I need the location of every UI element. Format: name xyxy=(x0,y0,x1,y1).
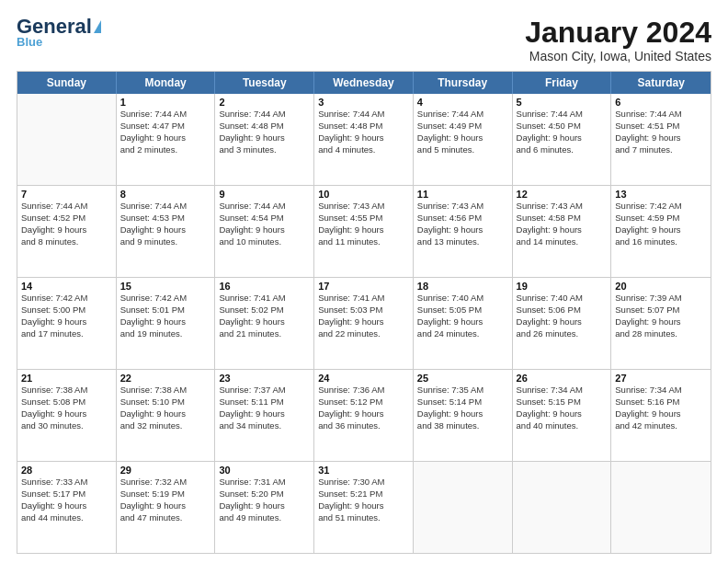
cell-info-line: Sunrise: 7:38 AM xyxy=(120,385,211,396)
cell-info-line: Sunrise: 7:41 AM xyxy=(318,293,409,304)
cell-info-line: and 19 minutes. xyxy=(120,328,211,340)
cell-info-line: Daylight: 9 hours xyxy=(21,408,112,420)
cell-info-line: and 26 minutes. xyxy=(517,328,608,340)
day-number: 19 xyxy=(517,281,608,292)
cell-info-line: and 49 minutes. xyxy=(219,512,310,524)
calendar-cell: 12Sunrise: 7:43 AMSunset: 4:58 PMDayligh… xyxy=(513,186,612,277)
cell-info-line: Daylight: 9 hours xyxy=(517,316,608,328)
cell-info-line: Sunset: 5:10 PM xyxy=(120,396,211,408)
day-number: 31 xyxy=(318,465,409,476)
cell-info-line: Sunrise: 7:34 AM xyxy=(517,385,608,396)
calendar-cell: 25Sunrise: 7:35 AMSunset: 5:14 PMDayligh… xyxy=(414,370,513,461)
cell-info-line: and 10 minutes. xyxy=(219,236,310,248)
day-header-sunday: Sunday xyxy=(17,72,117,94)
calendar: SundayMondayTuesdayWednesdayThursdayFrid… xyxy=(17,71,711,554)
cell-info-line: Sunset: 5:19 PM xyxy=(120,488,211,500)
cell-info-line: Daylight: 9 hours xyxy=(517,224,608,236)
day-number: 14 xyxy=(21,281,112,292)
day-number: 1 xyxy=(120,97,211,108)
day-header-tuesday: Tuesday xyxy=(215,72,314,94)
cell-info-line: Daylight: 9 hours xyxy=(21,500,112,512)
header: General Blue January 2024 Mason City, Io… xyxy=(17,17,711,63)
cell-info-line: Sunset: 4:48 PM xyxy=(219,121,310,132)
cell-info-line: Sunset: 5:16 PM xyxy=(615,396,707,408)
day-number: 7 xyxy=(21,189,112,200)
cell-info-line: Sunset: 4:47 PM xyxy=(120,121,211,132)
day-number: 10 xyxy=(318,189,409,200)
calendar-cell: 7Sunrise: 7:44 AMSunset: 4:52 PMDaylight… xyxy=(17,186,117,277)
cell-info-line: Sunset: 4:48 PM xyxy=(318,121,409,132)
calendar-cell: 28Sunrise: 7:33 AMSunset: 5:17 PMDayligh… xyxy=(17,462,117,553)
cell-info-line: Sunrise: 7:42 AM xyxy=(21,293,112,304)
day-number: 21 xyxy=(21,373,112,384)
day-number: 30 xyxy=(219,465,310,476)
cell-info-line: and 7 minutes. xyxy=(615,144,707,156)
cell-info-line: and 51 minutes. xyxy=(318,512,409,524)
cell-info-line: and 16 minutes. xyxy=(615,236,707,248)
cell-info-line: Sunset: 5:15 PM xyxy=(517,396,608,408)
cell-info-line: and 32 minutes. xyxy=(120,420,211,432)
cell-info-line: Sunrise: 7:43 AM xyxy=(517,201,608,213)
calendar-cell: 10Sunrise: 7:43 AMSunset: 4:55 PMDayligh… xyxy=(314,186,414,277)
calendar-cell: 9Sunrise: 7:44 AMSunset: 4:54 PMDaylight… xyxy=(215,186,314,277)
cell-info-line: Daylight: 9 hours xyxy=(219,408,310,420)
cell-info-line: Daylight: 9 hours xyxy=(615,224,707,236)
cell-info-line: Sunrise: 7:44 AM xyxy=(21,201,112,213)
main-title: January 2024 xyxy=(525,17,711,49)
cell-info-line: and 2 minutes. xyxy=(120,144,211,156)
cell-info-line: Daylight: 9 hours xyxy=(219,316,310,328)
cell-info-line: Sunrise: 7:42 AM xyxy=(615,201,707,213)
day-number: 25 xyxy=(417,373,508,384)
cell-info-line: Daylight: 9 hours xyxy=(615,408,707,420)
calendar-cell: 24Sunrise: 7:36 AMSunset: 5:12 PMDayligh… xyxy=(314,370,414,461)
cell-info-line: Sunrise: 7:43 AM xyxy=(318,201,409,213)
cell-info-line: and 9 minutes. xyxy=(120,236,211,248)
cell-info-line: and 30 minutes. xyxy=(21,420,112,432)
day-number: 3 xyxy=(318,97,409,108)
day-number: 8 xyxy=(120,189,211,200)
calendar-cell: 5Sunrise: 7:44 AMSunset: 4:50 PMDaylight… xyxy=(513,94,612,185)
cell-info-line: Sunrise: 7:40 AM xyxy=(417,293,508,304)
cell-info-line: Sunrise: 7:44 AM xyxy=(517,109,608,121)
logo: General Blue xyxy=(17,17,101,49)
calendar-week-5: 28Sunrise: 7:33 AMSunset: 5:17 PMDayligh… xyxy=(17,462,711,553)
calendar-week-1: 1Sunrise: 7:44 AMSunset: 4:47 PMDaylight… xyxy=(17,94,711,186)
calendar-cell: 20Sunrise: 7:39 AMSunset: 5:07 PMDayligh… xyxy=(611,278,711,369)
cell-info-line: Daylight: 9 hours xyxy=(318,500,409,512)
calendar-cell: 22Sunrise: 7:38 AMSunset: 5:10 PMDayligh… xyxy=(117,370,216,461)
day-number: 26 xyxy=(517,373,608,384)
cell-info-line: Sunrise: 7:30 AM xyxy=(318,477,409,488)
cell-info-line: Daylight: 9 hours xyxy=(318,224,409,236)
cell-info-line: Sunset: 4:56 PM xyxy=(417,213,508,224)
cell-info-line: Daylight: 9 hours xyxy=(318,316,409,328)
title-block: January 2024 Mason City, Iowa, United St… xyxy=(525,17,711,63)
calendar-body: 1Sunrise: 7:44 AMSunset: 4:47 PMDaylight… xyxy=(17,94,711,553)
calendar-cell: 26Sunrise: 7:34 AMSunset: 5:15 PMDayligh… xyxy=(513,370,612,461)
cell-info-line: Sunset: 4:52 PM xyxy=(21,213,112,224)
cell-info-line: and 36 minutes. xyxy=(318,420,409,432)
cell-info-line: Sunrise: 7:40 AM xyxy=(517,293,608,304)
cell-info-line: Sunrise: 7:35 AM xyxy=(417,385,508,396)
cell-info-line: Sunset: 5:02 PM xyxy=(219,304,310,316)
cell-info-line: Sunset: 4:54 PM xyxy=(219,213,310,224)
cell-info-line: Sunset: 4:51 PM xyxy=(615,121,707,132)
calendar-cell xyxy=(513,462,612,553)
cell-info-line: Sunrise: 7:44 AM xyxy=(219,109,310,121)
calendar-cell xyxy=(611,462,711,553)
cell-info-line: and 4 minutes. xyxy=(318,144,409,156)
cell-info-line: Daylight: 9 hours xyxy=(615,316,707,328)
calendar-week-4: 21Sunrise: 7:38 AMSunset: 5:08 PMDayligh… xyxy=(17,370,711,462)
calendar-week-2: 7Sunrise: 7:44 AMSunset: 4:52 PMDaylight… xyxy=(17,186,711,278)
cell-info-line: Daylight: 9 hours xyxy=(417,408,508,420)
logo-blue: Blue xyxy=(17,35,42,49)
cell-info-line: Sunset: 5:00 PM xyxy=(21,304,112,316)
calendar-cell: 2Sunrise: 7:44 AMSunset: 4:48 PMDaylight… xyxy=(215,94,314,185)
cell-info-line: and 21 minutes. xyxy=(219,328,310,340)
subtitle: Mason City, Iowa, United States xyxy=(525,49,711,63)
cell-info-line: Daylight: 9 hours xyxy=(219,500,310,512)
day-header-wednesday: Wednesday xyxy=(314,72,414,94)
day-number: 20 xyxy=(615,281,707,292)
day-number: 11 xyxy=(417,189,508,200)
cell-info-line: Sunset: 5:12 PM xyxy=(318,396,409,408)
cell-info-line: and 14 minutes. xyxy=(517,236,608,248)
